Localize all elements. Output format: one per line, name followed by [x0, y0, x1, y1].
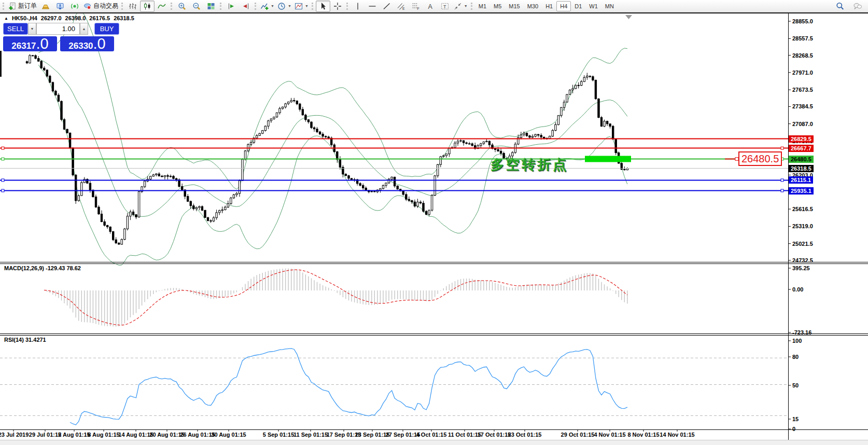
autotrade-icon: [83, 2, 92, 10]
toolbar-grip: [220, 3, 221, 10]
time-axis-label: 5 Sep 01:15: [263, 432, 295, 438]
ohlc-open: 26297.0: [41, 15, 62, 21]
chart-shift-button[interactable]: [239, 1, 253, 12]
time-axis-label: 30 Aug 01:15: [211, 432, 246, 438]
cursor-icon: [319, 2, 327, 10]
svg-text:F: F: [417, 6, 419, 10]
volume-input[interactable]: 1.00: [36, 23, 80, 35]
chevron-down-icon: ▼: [305, 4, 309, 8]
autotrading-button-label: 自动交易: [93, 2, 118, 10]
tile-windows-button[interactable]: [204, 1, 218, 12]
one-click-trading-panel: SELL ▼ 1.00 ▲ BUY 26317.0 26330.0: [3, 23, 119, 51]
time-axis-label: 11 Sep 01:15: [293, 432, 328, 438]
chart-title: ▲ HK50-,H4 26297.0 26398.0 26176.5 26318…: [4, 15, 134, 21]
price-axis-tick: 25616.5: [792, 206, 813, 212]
vertical-line-button[interactable]: [351, 1, 365, 12]
toolbar-grip: [471, 3, 472, 10]
volume-decrease-button[interactable]: ▼: [28, 23, 36, 35]
price-axis-tick: 27673.5: [792, 87, 813, 93]
chart-annotation-text: 多空转折点: [491, 156, 568, 174]
gold-icon: [41, 2, 50, 10]
timeframe-m1-button[interactable]: M1: [475, 1, 490, 11]
time-axis-label: 26 Aug 01:15: [180, 432, 215, 438]
sell-button[interactable]: SELL: [3, 23, 28, 35]
price-axis-tick: 28557.5: [792, 35, 813, 41]
timeframe-m30-button[interactable]: M30: [524, 1, 542, 11]
price-level-label: 26318.5: [789, 165, 814, 172]
toolbar: 新订单自动交易▼▼▼EFAT▼M1M5M15M30H1H4D1W1MN: [0, 0, 868, 12]
svg-text:T: T: [443, 4, 446, 9]
line-chart-icon: [158, 2, 166, 10]
search-icon: [836, 2, 844, 10]
price-axis-tick: 24732.5: [792, 257, 813, 263]
price-level-label: 26480.5: [789, 156, 814, 163]
crosshair-button[interactable]: [330, 1, 345, 12]
time-axis-label: 11 Oct 01:15: [448, 432, 481, 438]
timeframe-m5-button[interactable]: M5: [490, 1, 505, 11]
price-axis-tick: 25021.5: [792, 241, 813, 247]
text-button[interactable]: A: [423, 1, 438, 12]
time-axis-label: 8 Aug 01:15: [88, 432, 119, 438]
fibo-icon: F: [412, 2, 420, 10]
autotrading-button[interactable]: 自动交易: [82, 1, 120, 12]
template-icon: [295, 2, 303, 10]
svg-text:E: E: [402, 6, 405, 10]
new-order-icon: [8, 2, 17, 10]
status-bar: [0, 440, 868, 445]
zoom-in-button[interactable]: [175, 1, 189, 12]
fibonacci-button[interactable]: F: [409, 1, 423, 12]
zoom-out-button[interactable]: [189, 1, 204, 12]
search-button[interactable]: [833, 1, 847, 12]
periods-button[interactable]: ▼: [276, 1, 293, 12]
timeframe-m15-button[interactable]: M15: [505, 1, 523, 11]
bar-chart-icon: [129, 2, 137, 10]
chart-area[interactable]: [0, 0, 868, 445]
indicators-button[interactable]: ▼: [259, 1, 276, 12]
arrows-button[interactable]: ▼: [452, 1, 469, 12]
buy-price[interactable]: 26330.0: [60, 36, 114, 51]
auto-scroll-button[interactable]: [224, 1, 239, 12]
chevron-down-icon: ▼: [288, 4, 291, 8]
toolbar-right-icons: [833, 0, 865, 12]
signals-button[interactable]: [67, 1, 82, 12]
chart-symbol: HK50-,H4: [12, 15, 37, 21]
timeframe-h1-button[interactable]: H1: [542, 1, 556, 11]
community-chat-button[interactable]: [850, 1, 865, 12]
cursor-button[interactable]: [316, 1, 330, 12]
new-order-button[interactable]: 新订单: [7, 1, 38, 12]
toolbar-grip: [121, 3, 123, 10]
equidistant-channel-button[interactable]: E: [394, 1, 409, 12]
time-axis-label: 23 Jul 2019: [0, 432, 29, 438]
mobile-terminal-button[interactable]: [53, 1, 67, 12]
timeframe-h4-button[interactable]: H4: [556, 1, 571, 11]
time-axis-label: 20 Aug 01:15: [149, 432, 184, 438]
price-axis-tick: 28268.5: [792, 52, 813, 59]
ohlc-low: 26176.5: [89, 15, 110, 21]
line-chart-button[interactable]: [155, 1, 169, 12]
candlestick-chart-button[interactable]: [140, 1, 155, 12]
time-axis-label: 4 Oct 01:15: [416, 432, 447, 438]
templates-button[interactable]: ▼: [293, 1, 310, 12]
text-label-button[interactable]: T: [438, 1, 452, 12]
timeframe-d1-button[interactable]: D1: [571, 1, 585, 11]
toolbar-grip: [346, 3, 348, 10]
triangle-up-icon: ▲: [82, 27, 86, 31]
volume-increase-button[interactable]: ▲: [80, 23, 88, 35]
buy-button[interactable]: BUY: [94, 23, 119, 35]
trendline-button[interactable]: [380, 1, 394, 12]
time-axis-label: 29 Oct 01:15: [561, 432, 595, 438]
timeframe-w1-button[interactable]: W1: [585, 1, 601, 11]
terminal-icon: [56, 2, 64, 10]
chevron-down-icon: ▼: [464, 4, 468, 8]
sell-price[interactable]: 26317.0: [3, 36, 57, 51]
timeframe-mn-button[interactable]: MN: [601, 1, 618, 11]
autoscroll-icon: [227, 2, 235, 10]
bar-chart-button[interactable]: [125, 1, 140, 12]
macd-axis-tick: 395.25: [792, 265, 810, 271]
toolbar-grip: [255, 3, 256, 10]
deposit-button[interactable]: [38, 1, 53, 12]
time-axis-label: 4 Nov 01:15: [594, 432, 625, 438]
horizontal-line-button[interactable]: [365, 1, 380, 12]
triangle-down-icon: ▼: [31, 27, 34, 31]
macd-axis-tick: -723.16: [792, 329, 811, 336]
